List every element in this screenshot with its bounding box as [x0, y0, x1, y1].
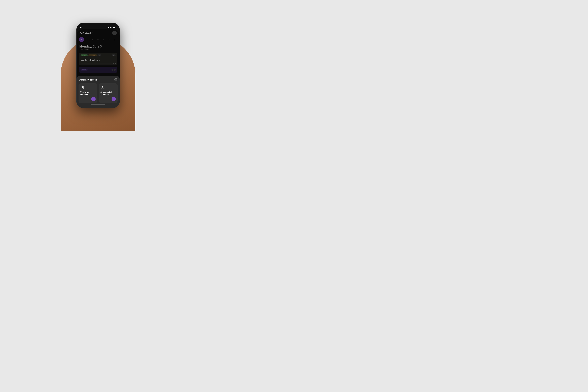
phone-screen: 9:41: [76, 23, 120, 108]
sheet-title: Create new schedule: [78, 79, 98, 81]
option-create-label: Create new schedule: [80, 91, 96, 96]
option-ai-label: AI-generated schedule: [100, 91, 116, 96]
scene: 9:41: [0, 0, 196, 131]
svg-rect-0: [82, 86, 83, 86]
option-ai-schedule[interactable]: AI-generated schedule →: [99, 84, 118, 103]
signal-icon: [107, 27, 110, 28]
sheet-header: Create new schedule ×: [78, 78, 118, 82]
clipboard-icon: [80, 86, 84, 90]
home-indicator: [91, 104, 105, 105]
phone: 9:41: [76, 23, 120, 108]
battery-icon: [113, 27, 116, 28]
sheet-options: Create new schedule →: [78, 84, 118, 103]
bottom-sheet: Create new schedule ×: [76, 76, 120, 108]
notch: [90, 23, 107, 26]
status-icons: [107, 27, 116, 28]
sheet-close-button[interactable]: ×: [114, 78, 118, 82]
wifi-icon: [110, 27, 112, 28]
option-create-schedule[interactable]: Create new schedule →: [78, 84, 97, 103]
status-time: 9:41: [80, 26, 84, 28]
option-ai-arrow[interactable]: →: [112, 97, 116, 101]
option-create-arrow[interactable]: →: [91, 97, 96, 101]
app-content: July 2023 ▾ 3 4 5: [76, 30, 120, 108]
sparkles-icon: [100, 86, 104, 90]
